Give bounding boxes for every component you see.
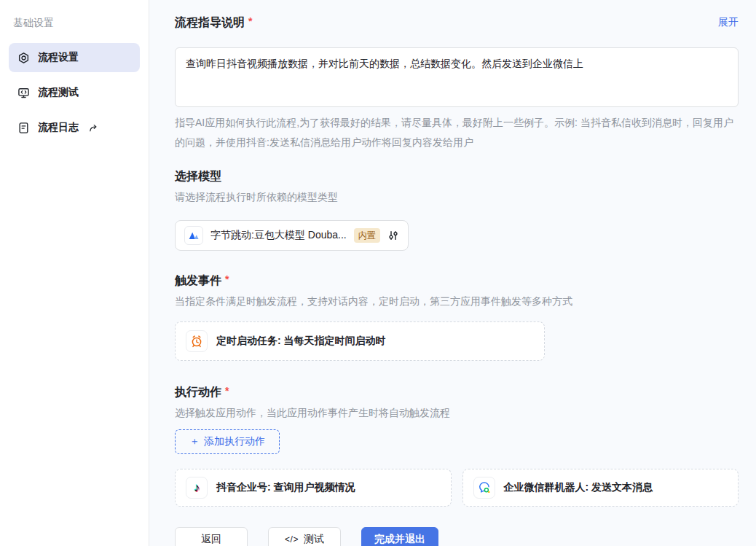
back-button[interactable]: 返回	[175, 527, 248, 546]
sidebar-item-flow-log[interactable]: 流程日志	[9, 113, 140, 142]
alarm-clock-icon	[186, 330, 208, 352]
footer-buttons: 返回 </> 测试 完成并退出	[175, 527, 739, 546]
model-name: 字节跳动:豆包大模型 Douba...	[210, 229, 347, 242]
action-card-label: 抖音企业号: 查询用户视频情况	[216, 481, 355, 494]
document-icon	[17, 122, 30, 134]
guidance-title: 流程指导说明	[175, 16, 245, 28]
guidance-help-text: 指导AI应用如何执行此流程,为了获得最好的结果，请尽量具体，最好附上一些例子。示…	[175, 113, 739, 152]
actions-title-row: 执行动作*	[175, 384, 739, 400]
done-label: 完成并退出	[374, 533, 425, 546]
sidebar-item-label: 流程日志	[38, 121, 79, 134]
sliders-icon[interactable]	[387, 230, 399, 241]
sidebar-item-label: 流程设置	[38, 51, 79, 64]
jump-icon[interactable]	[88, 122, 99, 133]
back-label: 返回	[201, 533, 221, 546]
add-action-button[interactable]: ＋添加执行动作	[175, 429, 280, 454]
gear-icon	[17, 52, 30, 64]
test-label: 测试	[304, 533, 324, 546]
main-panel: 流程指导说明* 展开 查询昨日抖音视频播放数据，并对比前天的数据，总结数据变化。…	[149, 0, 756, 546]
trigger-title: 触发事件	[175, 274, 221, 286]
trigger-subtitle: 当指定条件满足时触发流程，支持对话内容，定时启动，第三方应用事件触发等多种方式	[175, 294, 739, 308]
trigger-section: 触发事件* 当指定条件满足时触发流程，支持对话内容，定时启动，第三方应用事件触发…	[175, 273, 739, 361]
wecom-robot-icon	[473, 477, 495, 499]
sidebar: 基础设置 流程设置 流程测试 流程日志	[0, 0, 149, 546]
action-card-douyin[interactable]: ♪ 抖音企业号: 查询用户视频情况	[175, 469, 452, 507]
action-cards-row: ♪ 抖音企业号: 查询用户视频情况 企业微信群机器人: 发送文本消息	[175, 469, 739, 507]
test-button[interactable]: </> 测试	[268, 527, 341, 546]
required-asterisk: *	[248, 15, 252, 27]
code-icon: </>	[285, 534, 299, 545]
trigger-title-row: 触发事件*	[175, 273, 739, 289]
plus-icon: ＋	[189, 435, 200, 448]
sidebar-item-flow-settings[interactable]: 流程设置	[9, 43, 140, 72]
expand-link[interactable]: 展开	[718, 16, 739, 29]
model-subtitle: 请选择流程执行时所依赖的模型类型	[175, 190, 739, 204]
sidebar-item-flow-test[interactable]: 流程测试	[9, 78, 140, 107]
guidance-title-row: 流程指导说明*	[175, 15, 252, 31]
action-card-label: 企业微信群机器人: 发送文本消息	[504, 481, 653, 494]
done-button[interactable]: 完成并退出	[361, 527, 438, 546]
sidebar-item-label: 流程测试	[38, 86, 79, 99]
timer-trigger-card[interactable]: 定时启动任务: 当每天指定时间启动时	[175, 321, 545, 361]
model-select-card[interactable]: 字节跳动:豆包大模型 Douba... 内置	[175, 220, 409, 251]
monitor-code-icon	[17, 87, 30, 99]
builtin-badge: 内置	[354, 228, 380, 243]
guidance-textarea[interactable]: 查询昨日抖音视频播放数据，并对比前天的数据，总结数据变化。然后发送到企业微信上	[175, 47, 739, 107]
model-section: 选择模型 请选择流程执行时所依赖的模型类型 字节跳动:豆包大模型 Douba..…	[175, 168, 739, 251]
doubao-model-icon	[184, 226, 203, 245]
add-action-label: 添加执行动作	[204, 435, 265, 448]
action-card-wecom[interactable]: 企业微信群机器人: 发送文本消息	[462, 469, 739, 507]
actions-subtitle: 选择触发应用动作，当此应用动作事件产生时将自动触发流程	[175, 405, 739, 420]
timer-trigger-label: 定时启动任务: 当每天指定时间启动时	[216, 335, 386, 348]
model-title: 选择模型	[175, 168, 739, 184]
actions-title: 执行动作	[175, 386, 221, 398]
required-asterisk: *	[225, 273, 229, 285]
required-asterisk: *	[225, 385, 229, 397]
sidebar-section-label: 基础设置	[13, 17, 135, 30]
douyin-icon: ♪	[186, 477, 208, 499]
actions-section: 执行动作* 选择触发应用动作，当此应用动作事件产生时将自动触发流程 ＋添加执行动…	[175, 384, 739, 507]
